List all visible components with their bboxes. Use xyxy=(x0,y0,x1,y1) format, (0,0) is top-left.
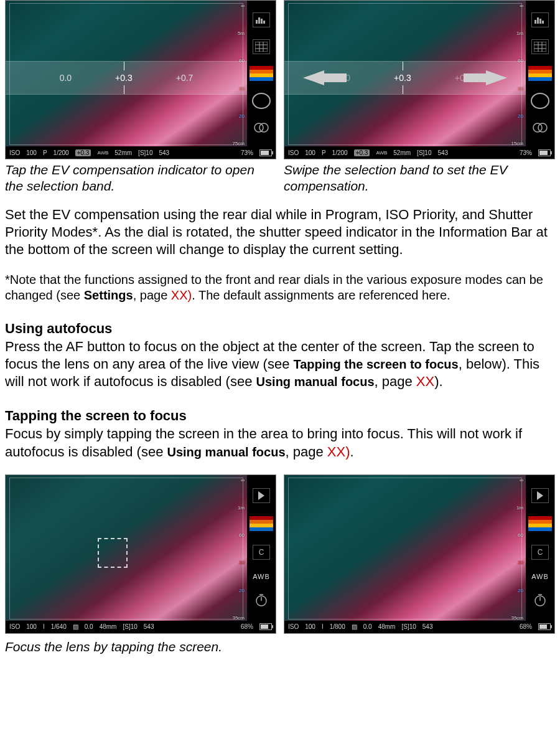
screenshot-focus-before: ∞ 1m 60 30 20 35cm C AWB xyxy=(5,474,276,634)
swipe-right-icon xyxy=(486,70,507,85)
battery-icon xyxy=(538,623,551,630)
ev-value-current: +0.3 xyxy=(115,73,133,83)
heading-tap-focus: Tapping the screen to focus xyxy=(5,408,555,424)
svg-rect-14 xyxy=(542,21,544,24)
grid-icon[interactable] xyxy=(531,39,549,54)
screenshot-ev-tap: ∞ 5m 60 30 20 75cm 0.0 +0.3 +0.7 xyxy=(5,0,276,159)
caption-ev-tap: Tap the EV compensation indicator to ope… xyxy=(5,159,276,195)
ev-selection-band[interactable]: 0.0 +0.3 +0.7 xyxy=(284,61,526,95)
figure-row-ev: ∞ 5m 60 30 20 75cm 0.0 +0.3 +0.7 xyxy=(5,0,555,195)
custom-icon[interactable]: C xyxy=(253,545,270,560)
timer-icon[interactable] xyxy=(253,593,269,607)
battery-icon xyxy=(259,149,272,156)
lens-rings-icon[interactable] xyxy=(253,121,269,134)
screenshot-focus-after: ∞ 1m 60 30 20 35cm C AWB xyxy=(284,474,555,634)
focus-point-icon[interactable] xyxy=(531,93,549,109)
info-bar: ISO 100 P 1/200 +0.3 AWB 52mm [S]10 543 … xyxy=(284,146,554,159)
grid-icon[interactable] xyxy=(253,39,270,54)
rgb-histogram-icon xyxy=(250,66,273,81)
play-icon[interactable] xyxy=(253,488,270,503)
distance-scale: ∞ 1m 60 30 20 35cm xyxy=(230,475,246,621)
distance-scale: ∞ 1m 60 30 20 35cm xyxy=(508,475,525,621)
svg-rect-2 xyxy=(261,19,263,24)
side-toolbar xyxy=(247,1,276,146)
ev-selection-band[interactable]: 0.0 +0.3 +0.7 xyxy=(6,61,247,95)
swipe-left-icon xyxy=(303,70,324,85)
svg-rect-0 xyxy=(256,20,258,24)
info-bar: ISO 100 I 1/800 ▨ 0.0 48mm [S]10 543 68% xyxy=(284,621,554,633)
svg-rect-11 xyxy=(534,20,536,24)
svg-point-10 xyxy=(259,123,268,132)
battery-icon xyxy=(259,623,272,630)
info-bar: ISO 100 I 1/640 ▨ 0.0 48mm [S]10 543 68% xyxy=(6,621,276,633)
svg-point-20 xyxy=(533,123,542,132)
ev-value-current: +0.3 xyxy=(394,73,411,83)
custom-icon[interactable]: C xyxy=(531,545,549,560)
focus-target-box[interactable] xyxy=(98,538,128,568)
figure-ev-tap: ∞ 5m 60 30 20 75cm 0.0 +0.3 +0.7 xyxy=(5,0,276,195)
heading-autofocus: Using autofocus xyxy=(5,321,555,337)
svg-point-9 xyxy=(254,123,263,132)
caption-focus: Focus the lens by tapping the screen. xyxy=(5,636,555,655)
rgb-histogram-icon xyxy=(528,516,552,531)
ev-value-next: +0.7 xyxy=(176,73,194,83)
figure-ev-swipe: ∞ 1m 60 30 20 15cm 0.0 +0.3 +0.7 xyxy=(284,0,555,195)
svg-rect-4 xyxy=(255,42,268,52)
svg-rect-1 xyxy=(258,17,260,24)
svg-rect-13 xyxy=(539,19,541,24)
svg-rect-3 xyxy=(263,21,265,24)
side-toolbar xyxy=(526,1,554,146)
histogram-icon[interactable] xyxy=(531,12,549,27)
ev-indicator[interactable]: +0.3 xyxy=(354,149,370,156)
paragraph-ev-dial: Set the EV compensation using the rear d… xyxy=(5,206,555,258)
side-toolbar: C AWB xyxy=(526,475,554,621)
svg-point-21 xyxy=(538,123,547,132)
paragraph-tap-focus: Focus by simply tapping the screen in th… xyxy=(5,425,555,460)
footnote-dial-assignment: *Note that the functions assigned to the… xyxy=(5,272,555,303)
svg-rect-12 xyxy=(537,17,539,24)
rgb-histogram-icon xyxy=(250,516,273,531)
rgb-histogram-icon xyxy=(528,66,552,81)
caption-ev-swipe: Swipe the selection band to set the EV c… xyxy=(284,159,555,195)
paragraph-autofocus: Press the AF button to focus on the obje… xyxy=(5,338,555,390)
awb-label[interactable]: AWB xyxy=(253,573,270,580)
play-icon[interactable] xyxy=(531,488,549,503)
awb-label[interactable]: AWB xyxy=(531,573,549,580)
figure-focus-after: ∞ 1m 60 30 20 35cm C AWB xyxy=(284,474,555,634)
figure-row-focus: ∞ 1m 60 30 20 35cm C AWB xyxy=(5,474,555,634)
battery-icon xyxy=(538,149,551,156)
screenshot-ev-swipe: ∞ 1m 60 30 20 15cm 0.0 +0.3 +0.7 xyxy=(284,0,555,159)
side-toolbar: C AWB xyxy=(247,475,276,621)
ev-indicator[interactable]: +0.3 xyxy=(75,149,91,156)
timer-icon[interactable] xyxy=(532,593,548,607)
histogram-icon[interactable] xyxy=(253,12,270,27)
ev-value-prev: 0.0 xyxy=(60,73,72,83)
info-bar: ISO 100 P 1/200 +0.3 AWB 52mm [S]10 543 … xyxy=(6,146,276,159)
figure-focus-before: ∞ 1m 60 30 20 35cm C AWB xyxy=(5,474,276,634)
focus-point-icon[interactable] xyxy=(252,93,271,109)
lens-rings-icon[interactable] xyxy=(532,121,548,134)
svg-rect-15 xyxy=(534,42,546,52)
